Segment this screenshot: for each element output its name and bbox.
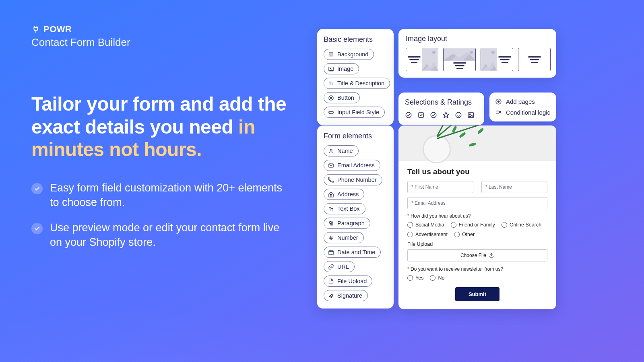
- layout-option-image-top[interactable]: [443, 48, 476, 71]
- form-elements-panel: Form elements Name Email Address Phone N…: [317, 125, 394, 309]
- newsletter-option[interactable]: Yes: [407, 275, 423, 281]
- hear-option[interactable]: Social Media: [407, 222, 444, 228]
- element-textbox[interactable]: Text Box: [324, 203, 365, 214]
- feature-bullet: Easy form field customization with 20+ e…: [31, 181, 289, 210]
- element-input-style[interactable]: Input Field Style: [324, 107, 385, 118]
- element-button[interactable]: Button: [324, 92, 360, 103]
- file-upload-label: File Upload: [407, 241, 547, 247]
- svg-point-11: [456, 112, 461, 118]
- radio-check-icon[interactable]: [430, 111, 437, 119]
- element-url[interactable]: URL: [324, 261, 355, 272]
- headline: Tailor your form and add the exact detai…: [31, 93, 289, 161]
- form-preview: Tell us about you * First Name * Last Na…: [398, 125, 556, 309]
- panel-title: Basic elements: [324, 35, 387, 44]
- product-name: Contact Form Builder: [31, 36, 289, 49]
- element-signature[interactable]: Signature: [324, 290, 368, 301]
- form-title: Tell us about you: [407, 167, 547, 176]
- element-phone[interactable]: Phone Number: [324, 174, 382, 185]
- element-fileupload[interactable]: File Upload: [324, 276, 372, 287]
- newsletter-label: Do you want to receive newsletter from u…: [407, 266, 547, 272]
- svg-point-1: [330, 68, 331, 69]
- panel-title: Image layout: [406, 35, 551, 43]
- email-field[interactable]: * Email Address: [407, 197, 547, 209]
- dropdown-check-icon[interactable]: [405, 111, 412, 119]
- first-name-field[interactable]: * First Name: [407, 181, 473, 193]
- element-datetime[interactable]: Date and Time: [324, 247, 381, 258]
- upload-icon: [489, 253, 494, 258]
- selections-ratings-panel: Selections & Ratings: [398, 93, 484, 125]
- svg-rect-7: [329, 251, 333, 255]
- element-name[interactable]: Name: [324, 145, 359, 156]
- image-choice-icon[interactable]: [467, 111, 475, 119]
- hear-option[interactable]: Other: [454, 232, 475, 237]
- star-icon[interactable]: [442, 111, 450, 119]
- brand-name: POWR: [43, 24, 72, 35]
- emoji-icon[interactable]: [455, 111, 462, 119]
- hear-about-label: How did you hear about us?: [407, 213, 547, 219]
- basic-elements-panel: Basic elements Background Image Title & …: [317, 29, 394, 125]
- element-image[interactable]: Image: [324, 63, 359, 74]
- svg-point-3: [330, 97, 332, 99]
- check-icon: [31, 183, 43, 194]
- layout-option-text-only[interactable]: [518, 48, 551, 71]
- element-paragraph[interactable]: Paragraph: [324, 218, 370, 229]
- last-name-field[interactable]: * Last Name: [481, 181, 547, 193]
- panel-title: Selections & Ratings: [405, 98, 478, 107]
- feature-bullet: Use preview mode or edit your contact fo…: [31, 220, 289, 250]
- form-hero-image: [398, 125, 556, 161]
- element-email[interactable]: Email Address: [324, 160, 380, 171]
- svg-rect-6: [329, 164, 333, 167]
- newsletter-option[interactable]: No: [430, 275, 444, 281]
- choose-file-button[interactable]: Choose File: [407, 249, 547, 261]
- svg-point-8: [406, 112, 411, 118]
- checkbox-icon[interactable]: [417, 111, 425, 119]
- svg-point-10: [431, 112, 436, 118]
- panel-title: Form elements: [324, 132, 387, 140]
- check-icon: [31, 223, 43, 234]
- element-number[interactable]: Number: [324, 232, 364, 243]
- image-layout-panel: Image layout: [398, 29, 556, 78]
- brand-logo: POWR: [31, 24, 289, 35]
- svg-point-13: [469, 114, 471, 115]
- hear-option[interactable]: Online Search: [502, 222, 541, 228]
- plug-icon: [31, 25, 40, 34]
- svg-rect-4: [329, 111, 333, 113]
- element-background[interactable]: Background: [324, 49, 374, 60]
- element-title-desc[interactable]: Title & Description: [324, 78, 390, 89]
- hear-option[interactable]: Advertisement: [407, 232, 448, 237]
- layout-option-text-image[interactable]: [406, 48, 438, 71]
- submit-button[interactable]: Submit: [455, 287, 500, 301]
- branch-icon: [495, 109, 502, 116]
- svg-point-5: [330, 149, 332, 151]
- pages-panel: Add pages Conditional logic: [489, 93, 556, 121]
- svg-rect-9: [419, 113, 423, 117]
- add-pages-button[interactable]: Add pages: [495, 98, 551, 105]
- conditional-logic-button[interactable]: Conditional logic: [495, 109, 551, 116]
- element-address[interactable]: Address: [324, 189, 364, 200]
- hear-option[interactable]: Friend or Family: [451, 222, 495, 228]
- layout-option-image-text[interactable]: [481, 48, 513, 71]
- plus-circle-icon: [495, 98, 502, 105]
